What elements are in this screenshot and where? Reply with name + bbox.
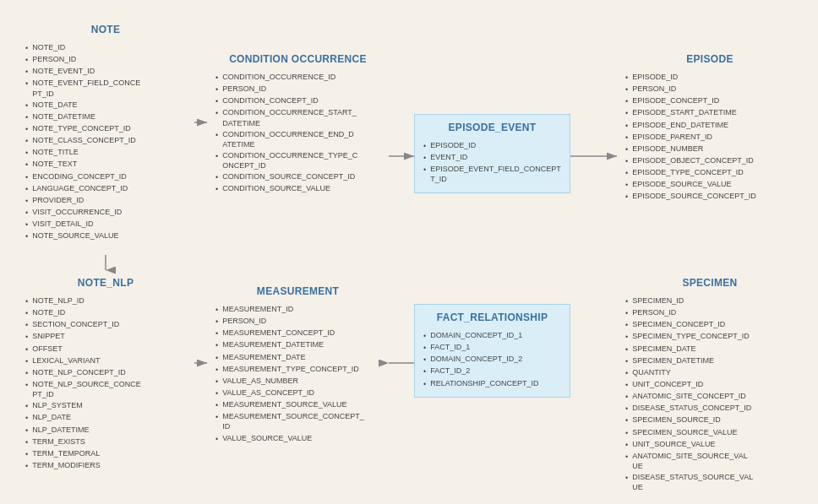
note-nlp-field: NLP_DATETIME	[25, 425, 186, 436]
ep-field: EPISODE_OBJECT_CONCEPT_ID	[625, 155, 794, 166]
episode-event-table: EPISODE_EVENT EPISODE_ID EVENT_ID EPISOD…	[414, 114, 570, 193]
fr-field: FACT_ID_1	[423, 342, 561, 353]
co-field: PERSON_ID	[215, 84, 380, 95]
ep-field: EPISODE_CONCEPT_ID	[625, 95, 794, 106]
note-nlp-field: NLP_SYSTEM	[25, 400, 186, 411]
fact-relationship-table: FACT_RELATIONSHIP DOMAIN_CONCEPT_ID_1 FA…	[414, 304, 570, 398]
sp-field: SPECIMEN_TYPE_CONCEPT_ID	[625, 331, 794, 342]
fact-relationship-fields: DOMAIN_CONCEPT_ID_1 FACT_ID_1 DOMAIN_CON…	[423, 330, 561, 389]
episode-table: EPISODE EPISODE_ID PERSON_ID EPISODE_CON…	[617, 46, 803, 210]
note-title: NOTE	[25, 24, 186, 35]
ep-field: EPISODE_SOURCE_VALUE	[625, 179, 794, 190]
co-field: CONDITION_SOURCE_CONCEPT_ID	[215, 171, 380, 182]
note-nlp-field: NOTE_NLP_SOURCE_CONCEPT_ID	[25, 379, 186, 399]
note-field: NOTE_TYPE_CONCEPT_ID	[25, 123, 186, 134]
note-nlp-field: TERM_TEMPORAL	[25, 448, 186, 459]
fr-field: RELATIONSHIP_CONCEPT_ID	[423, 378, 561, 389]
note-field: NOTE_CLASS_CONCEPT_ID	[25, 135, 186, 146]
m-field: MEASUREMENT_SOURCE_VALUE	[215, 399, 380, 410]
m-field: MEASUREMENT_TYPE_CONCEPT_ID	[215, 364, 380, 375]
episode-event-fields: EPISODE_ID EVENT_ID EPISODE_EVENT_FIELD_…	[423, 140, 561, 185]
note-nlp-field: OFFSET	[25, 344, 186, 355]
m-field: PERSON_ID	[215, 316, 380, 327]
ep-field: EPISODE_PARENT_ID	[625, 132, 794, 143]
fr-field: FACT_ID_2	[423, 366, 561, 377]
note-nlp-field: LEXICAL_VARIANT	[25, 355, 186, 366]
sp-field: SPECIMEN_SOURCE_ID	[625, 415, 794, 425]
sp-field: SPECIMEN_ID	[625, 295, 794, 306]
co-field: CONDITION_CONCEPT_ID	[215, 95, 380, 106]
note-field: VISIT_DETAIL_ID	[25, 219, 186, 230]
episode-event-title: EPISODE_EVENT	[423, 122, 561, 133]
co-field: CONDITION_OCCURRENCE_TYPE_CONCEPT_ID	[215, 150, 380, 171]
condition-occurrence-title: CONDITION OCCURRENCE	[215, 53, 380, 65]
m-field: MEASUREMENT_DATETIME	[215, 339, 380, 350]
ep-field: EPISODE_TYPE_CONCEPT_ID	[625, 167, 794, 178]
ee-field: EVENT_ID	[423, 152, 561, 163]
episode-fields: EPISODE_ID PERSON_ID EPISODE_CONCEPT_ID …	[625, 72, 794, 203]
m-field: VALUE_SOURCE_VALUE	[215, 433, 380, 444]
note-field: NOTE_EVENT_FIELD_CONCEPT_ID	[25, 78, 186, 98]
ep-field: EPISODE_ID	[625, 72, 794, 83]
note-nlp-field: TERM_EXISTS	[25, 436, 186, 447]
measurement-table: MEASUREMENT MEASUREMENT_ID PERSON_ID MEA…	[207, 279, 389, 452]
m-field: MEASUREMENT_SOURCE_CONCEPT_ID	[215, 411, 380, 431]
sp-field: SPECIMEN_SOURCE_VALUE	[625, 427, 794, 438]
diagram: NOTE NOTE_ID PERSON_ID NOTE_EVENT_ID NOT…	[0, 0, 818, 504]
ep-field: EPISODE_NUMBER	[625, 144, 794, 154]
note-field: NOTE_ID	[25, 42, 186, 53]
fr-field: DOMAIN_CONCEPT_ID_2	[423, 354, 561, 365]
note-nlp-title: NOTE_NLP	[25, 277, 186, 289]
m-field: VALUE_AS_CONCEPT_ID	[215, 387, 380, 398]
note-table: NOTE NOTE_ID PERSON_ID NOTE_EVENT_ID NOT…	[17, 17, 194, 249]
sp-field: ANATOMIC_SITE_SOURCE_VALUE	[625, 451, 794, 471]
specimen-table: SPECIMEN SPECIMEN_ID PERSON_ID SPECIMEN_…	[617, 270, 803, 500]
measurement-title: MEASUREMENT	[215, 285, 380, 297]
ep-field: EPISODE_END_DATETIME	[625, 120, 794, 131]
sp-field: DISEASE_STATUS_CONCEPT_ID	[625, 403, 794, 414]
ee-field: EPISODE_ID	[423, 140, 561, 151]
fr-field: DOMAIN_CONCEPT_ID_1	[423, 330, 561, 341]
sp-field: PERSON_ID	[625, 307, 794, 318]
note-field: PROVIDER_ID	[25, 195, 186, 206]
note-nlp-field: NOTE_NLP_ID	[25, 295, 186, 306]
measurement-fields: MEASUREMENT_ID PERSON_ID MEASUREMENT_CON…	[215, 304, 380, 444]
sp-field: ANATOMIC_SITE_CONCEPT_ID	[625, 391, 794, 402]
co-field: CONDITION_SOURCE_VALUE	[215, 183, 380, 194]
specimen-title: SPECIMEN	[625, 277, 794, 289]
condition-occurrence-table: CONDITION OCCURRENCE CONDITION_OCCURRENC…	[207, 46, 389, 203]
note-field: NOTE_EVENT_ID	[25, 66, 186, 77]
sp-field: SPECIMEN_CONCEPT_ID	[625, 319, 794, 330]
sp-field: QUANTITY	[625, 367, 794, 378]
specimen-fields: SPECIMEN_ID PERSON_ID SPECIMEN_CONCEPT_I…	[625, 295, 794, 492]
note-nlp-field: NLP_DATE	[25, 412, 186, 423]
note-nlp-field: TERM_MODIFIERS	[25, 460, 186, 471]
note-nlp-field: SECTION_CONCEPT_ID	[25, 319, 186, 330]
episode-title: EPISODE	[625, 53, 794, 65]
note-fields: NOTE_ID PERSON_ID NOTE_EVENT_ID NOTE_EVE…	[25, 42, 186, 241]
m-field: VALUE_AS_NUMBER	[215, 376, 380, 387]
sp-field: DISEASE_STATUS_SOURCE_VALUE	[625, 472, 794, 492]
fact-relationship-title: FACT_RELATIONSHIP	[423, 312, 561, 323]
sp-field: SPECIMEN_DATE	[625, 344, 794, 355]
co-field: CONDITION_OCCURRENCE_ID	[215, 72, 380, 83]
co-field: CONDITION_OCCURRENCE_START_DATETIME	[215, 107, 380, 127]
m-field: MEASUREMENT_ID	[215, 304, 380, 315]
note-field: LANGUAGE_CONCEPT_ID	[25, 183, 186, 194]
m-field: MEASUREMENT_DATE	[215, 352, 380, 363]
ep-field: EPISODE_START_DATETIME	[625, 107, 794, 118]
note-nlp-fields: NOTE_NLP_ID NOTE_ID SECTION_CONCEPT_ID S…	[25, 295, 186, 471]
condition-occurrence-fields: CONDITION_OCCURRENCE_ID PERSON_ID CONDIT…	[215, 72, 380, 195]
sp-field: SPECIMEN_DATETIME	[625, 355, 794, 366]
note-nlp-field: SNIPPET	[25, 331, 186, 342]
note-field: ENCODING_CONCEPT_ID	[25, 171, 186, 182]
m-field: MEASUREMENT_CONCEPT_ID	[215, 328, 380, 339]
ep-field: EPISODE_SOURCE_CONCEPT_ID	[625, 191, 794, 202]
ep-field: PERSON_ID	[625, 84, 794, 95]
note-field: NOTE_SOURCE_VALUE	[25, 230, 186, 241]
sp-field: UNIT_CONCEPT_ID	[625, 379, 794, 390]
ee-field: EPISODE_EVENT_FIELD_CONCEPTT_ID	[423, 164, 561, 184]
co-field: CONDITION_OCCURRENCE_END_DATETIME	[215, 129, 380, 149]
note-nlp-field: NOTE_NLP_CONCEPT_ID	[25, 367, 186, 378]
note-field: NOTE_DATETIME	[25, 111, 186, 122]
